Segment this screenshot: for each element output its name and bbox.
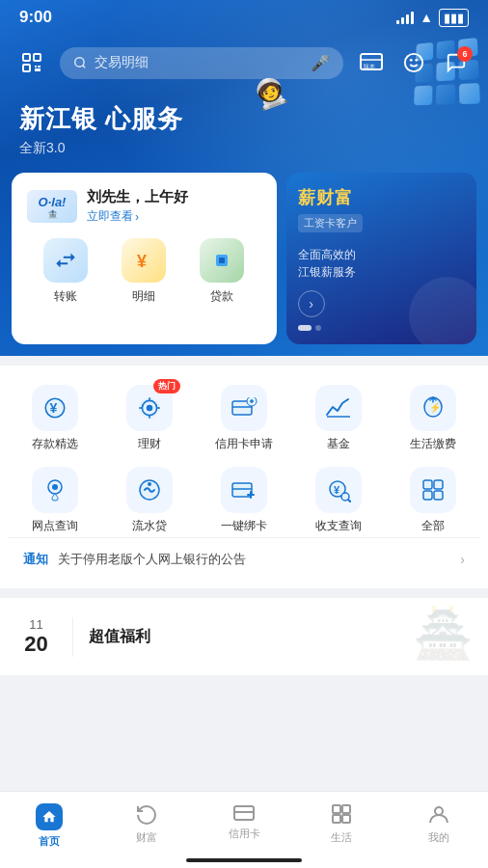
svg-rect-46 [434,491,443,500]
svg-rect-1 [34,54,41,61]
svg-text:¥: ¥ [137,252,147,271]
nav-mine[interactable]: 我的 [391,800,488,853]
promo-arrow[interactable]: › [298,290,325,317]
service-bind-card[interactable]: 一键绑卡 [197,463,291,537]
deposits-label: 存款精选 [32,437,78,451]
svg-text:¥: ¥ [334,484,340,496]
svg-point-34 [52,484,58,490]
detail-action[interactable]: ¥ 明细 [122,238,166,305]
banner-subtitle: 全新3.0 [19,140,469,157]
svg-rect-3 [35,66,37,68]
bills-icon: ⚡ [410,385,456,431]
svg-rect-44 [434,480,443,489]
mic-icon[interactable]: 🎤 [311,54,330,72]
version-button[interactable]: 版本 [355,46,388,79]
detail-icon: ¥ [122,238,166,283]
home-icon [36,803,63,830]
transfer-action[interactable]: 转账 [43,238,88,305]
fund-label: 基金 [327,437,350,451]
header-right-icons: 版本 6 [355,46,473,79]
deposits-icon: ¥ [32,385,78,431]
svg-point-19 [147,405,153,412]
status-bar: 9:00 ▲ ▮▮▮ [0,0,488,31]
svg-rect-5 [35,68,41,71]
card-logo-text: O·la! [39,195,67,209]
income-query-icon: ¥ [315,467,362,513]
search-placeholder: 交易明细 [95,54,303,71]
notice-bar[interactable]: 通知 关于停用老版个人网上银行的公告 › [8,537,480,581]
notice-arrow: › [460,552,465,567]
pagoda-decoration: 🏯 [413,606,473,662]
battery-icon: ▮▮▮ [439,9,469,27]
service-all[interactable]: 全部 [386,463,480,537]
status-time: 9:00 [19,8,52,27]
cards-area: O·la! 🏦 刘先生，上午好 立即查看 › [0,173,488,356]
service-deposits[interactable]: ¥ 存款精选 [8,381,102,455]
svg-point-36 [148,482,151,486]
nav-life-label: 生活 [331,830,352,845]
income-query-label: 收支查询 [315,519,362,533]
account-info: 刘先生，上午好 立即查看 › [87,188,188,225]
notice-tag: 通知 [23,551,48,568]
svg-rect-43 [423,480,432,489]
loan-label: 贷款 [210,288,233,305]
svg-rect-0 [23,54,30,61]
transfer-label: 转账 [54,288,77,305]
credit-apply-label: 信用卡申请 [215,437,273,451]
message-button[interactable]: 6 [440,46,473,79]
service-branch[interactable]: 网点查询 [8,463,102,537]
all-icon [410,467,456,513]
scan-button[interactable] [15,46,48,79]
services-section: ¥ 存款精选 热门 理财 [0,366,488,588]
status-icons: ▲ ▮▮▮ [396,9,469,27]
service-bills[interactable]: ⚡ 生活缴费 [386,381,480,455]
nav-home[interactable]: 首页 [0,800,97,853]
nav-credit[interactable]: 信用卡 [195,800,292,853]
bottom-nav: 首页 财富 信用卡 生活 我的 [0,791,488,868]
header-background: 交易明细 🎤 版本 [0,0,488,356]
notice-text: 关于停用老版个人网上银行的公告 [58,551,450,568]
bind-card-label: 一键绑卡 [221,519,267,533]
transfer-icon [43,238,88,283]
benefits-title: 超值福利 [89,628,150,644]
credit-apply-icon [221,385,267,431]
search-input[interactable]: 交易明细 🎤 [60,47,343,79]
flow-loan-icon [126,467,173,513]
wifi-icon: ▲ [420,10,433,25]
search-bar: 交易明细 🎤 版本 [15,46,473,79]
service-fund[interactable]: 基金 [291,381,386,455]
nav-credit-label: 信用卡 [229,827,260,841]
svg-rect-45 [423,491,432,500]
service-income-query[interactable]: ¥ 收支查询 [291,463,386,537]
svg-rect-2 [23,65,30,71]
banner-text: 新江银 心服务 全新3.0 [0,87,488,165]
quick-actions: 转账 ¥ 明细 [27,238,261,305]
bills-label: 生活缴费 [410,437,456,451]
account-link[interactable]: 立即查看 › [87,208,188,225]
promo-card[interactable]: 薪财富 工资卡客户 全面高效的江银薪服务 › [286,173,476,344]
loan-action[interactable]: 贷款 [200,238,244,305]
nav-life[interactable]: 生活 [293,800,391,853]
nav-wealth[interactable]: 财富 [97,800,195,853]
signal-icon [396,11,414,24]
svg-point-53 [435,807,443,815]
svg-point-6 [75,58,84,67]
svg-text:版本: 版本 [364,64,375,69]
hot-badge: 热门 [153,379,180,393]
customer-service-button[interactable] [397,46,430,79]
service-credit-apply[interactable]: 信用卡申请 [197,381,291,455]
benefits-section[interactable]: 11 20 超值福利 🏯 [0,598,488,675]
cards-row: O·la! 🏦 刘先生，上午好 立即查看 › [12,173,476,344]
all-label: 全部 [421,519,445,533]
bind-card-icon [221,467,267,513]
service-wealth[interactable]: 热门 理财 [102,381,197,455]
banner-title: 新江银 心服务 [19,102,469,136]
card-logo: O·la! 🏦 [27,190,77,223]
services-grid: ¥ 存款精选 热门 理财 [8,381,480,537]
promo-subtitle: 工资卡客户 [298,214,363,232]
svg-rect-14 [219,258,225,263]
service-flow-loan[interactable]: 流水贷 [102,463,197,537]
promo-dot-2 [315,325,321,331]
date-month: 11 [29,617,42,632]
branch-icon [32,467,78,513]
